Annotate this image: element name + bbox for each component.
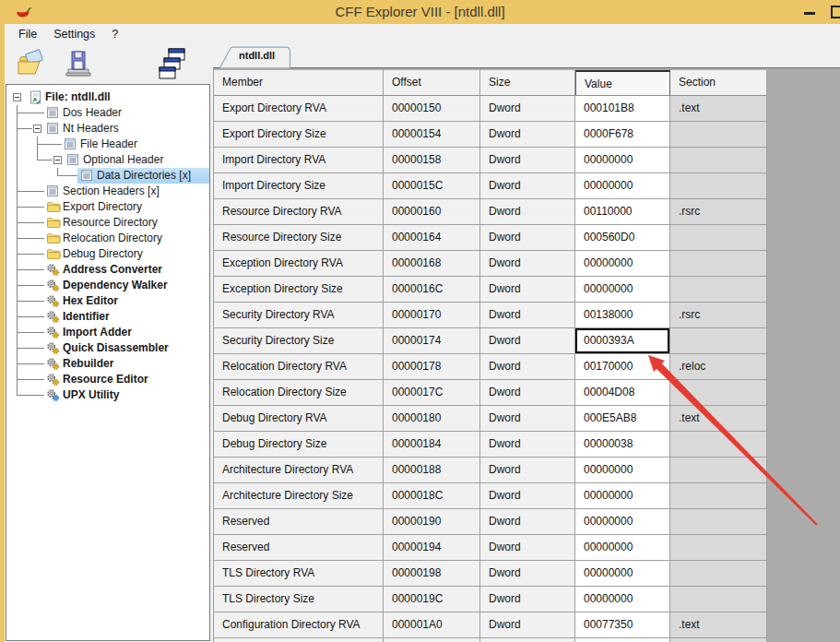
cell-section[interactable] xyxy=(670,535,767,561)
cell-value[interactable]: 0000F678 xyxy=(575,122,670,148)
tree-item-relocation-directory[interactable]: Relocation Directory xyxy=(6,231,209,246)
tree-item-dos-header[interactable]: Dos Header xyxy=(6,105,209,121)
cell-offset[interactable]: 00000194 xyxy=(384,535,480,561)
cell-section[interactable] xyxy=(670,561,767,587)
tree-item-optional-header[interactable]: Optional Header xyxy=(6,152,209,168)
cell-section[interactable] xyxy=(670,587,767,612)
cell-offset[interactable]: 00000164 xyxy=(384,225,480,251)
tree-expand-box[interactable] xyxy=(33,125,41,133)
cell-offset[interactable]: 0000019C xyxy=(384,587,480,612)
tree-expand-box[interactable] xyxy=(53,156,62,164)
tree-item-upx-utility[interactable]: UPX Utility xyxy=(6,387,209,403)
tree-item-import-adder[interactable]: Import Adder xyxy=(6,325,209,340)
cell-size[interactable]: Dword xyxy=(480,122,575,148)
cell-size[interactable]: Dword xyxy=(480,251,575,277)
cell-size[interactable]: Dword xyxy=(480,199,575,225)
tab-ntdll[interactable]: ntdll.dll xyxy=(219,46,292,68)
cell-offset[interactable]: 00000198 xyxy=(384,561,480,587)
cell-value[interactable]: 00000000 xyxy=(575,458,670,483)
cell-value[interactable]: 00077350 xyxy=(575,612,670,638)
tree-item-quick-disassembler[interactable]: Quick Disassembler xyxy=(6,340,209,356)
tree-item-address-converter[interactable]: Address Converter xyxy=(6,262,209,278)
cell-section[interactable] xyxy=(670,432,767,458)
cell-size[interactable]: Dword xyxy=(480,483,575,509)
tree-item-file-header[interactable]: File Header xyxy=(6,137,209,152)
cell-section[interactable]: .reloc xyxy=(670,354,767,380)
cell-value[interactable]: 00000000 xyxy=(575,251,670,277)
cell-value[interactable]: 000E5AB8 xyxy=(575,406,670,432)
cell-section[interactable] xyxy=(670,225,767,251)
open-file-button[interactable] xyxy=(17,47,48,82)
cell-offset[interactable]: 0000018C xyxy=(384,483,480,509)
cell-offset[interactable]: 00000178 xyxy=(384,354,480,380)
cell-size[interactable]: Dword xyxy=(480,303,575,328)
cell-size[interactable]: Dword xyxy=(480,406,575,432)
cell-section[interactable] xyxy=(670,509,767,535)
cell-value[interactable]: 00000000 xyxy=(575,535,670,561)
tree-item-export-directory[interactable]: Export Directory xyxy=(6,199,209,215)
tree-item-nt-headers[interactable]: Nt Headers xyxy=(6,121,209,137)
cell-size[interactable]: Dword xyxy=(480,509,575,535)
cell-section[interactable]: .rsrc xyxy=(670,303,767,328)
cell-section[interactable] xyxy=(670,483,767,509)
tree-item-rebuilder[interactable]: Rebuilder xyxy=(6,356,209,372)
cell-value[interactable]: 00000000 xyxy=(575,561,670,587)
cell-value[interactable]: 00000000 xyxy=(575,148,670,173)
cell-size[interactable]: Dword xyxy=(480,587,575,612)
column-header-size[interactable]: Size xyxy=(480,70,575,96)
save-file-button[interactable] xyxy=(63,47,94,82)
cell-value[interactable]: 00004D08 xyxy=(575,380,670,406)
cell-value[interactable]: 000101B8 xyxy=(575,96,670,122)
tree-expand-box[interactable] xyxy=(13,93,21,101)
cell-offset[interactable]: 00000174 xyxy=(384,328,480,354)
column-header-member[interactable]: Member xyxy=(213,70,384,96)
cell-value[interactable]: 0000393A xyxy=(575,328,670,354)
cell-offset[interactable]: 00000190 xyxy=(384,509,480,535)
column-header-value[interactable]: Value xyxy=(575,70,670,96)
tree-item-hex-editor[interactable]: Hex Editor xyxy=(6,293,209,309)
cell-size[interactable]: Dword xyxy=(480,96,575,122)
tree-item-section-headers-x[interactable]: Section Headers [x] xyxy=(6,184,209,199)
cell-offset[interactable]: 000001A0 xyxy=(384,612,480,638)
cell-section[interactable] xyxy=(670,148,767,173)
cell-value[interactable]: 00110000 xyxy=(575,199,670,225)
cell-size[interactable]: Dword xyxy=(480,561,575,587)
tree-item-file-ntdll-dll[interactable]: File: ntdll.dll xyxy=(6,89,209,105)
cell-size[interactable]: Dword xyxy=(480,277,575,303)
cell-size[interactable]: Dword xyxy=(480,458,575,483)
column-header-section[interactable]: Section xyxy=(670,70,767,96)
cell-offset[interactable]: 00000170 xyxy=(384,303,480,328)
cell-size[interactable]: Dword xyxy=(480,612,575,638)
menu-item-[interactable]: ? xyxy=(103,24,126,44)
cell-offset[interactable]: 00000180 xyxy=(384,406,480,432)
cell-value[interactable]: 00000000 xyxy=(575,483,670,509)
cell-offset[interactable]: 0000017C xyxy=(384,380,480,406)
cell-section[interactable] xyxy=(670,380,767,406)
cell-size[interactable]: Dword xyxy=(480,432,575,458)
cell-value[interactable]: 00170000 xyxy=(575,354,670,380)
cell-size[interactable]: Dword xyxy=(480,148,575,173)
cell-section[interactable] xyxy=(670,458,767,483)
cell-size[interactable]: Dword xyxy=(480,380,575,406)
cell-value[interactable]: 00000000 xyxy=(575,173,670,199)
cell-size[interactable]: Dword xyxy=(480,225,575,251)
cell-offset[interactable]: 00000160 xyxy=(384,199,480,225)
cell-value[interactable]: 00138000 xyxy=(575,303,670,328)
cell-value[interactable]: 000560D0 xyxy=(575,225,670,251)
cell-value[interactable]: 00000000 xyxy=(575,277,670,303)
tree-item-debug-directory[interactable]: Debug Directory xyxy=(6,246,209,262)
tree-item-resource-directory[interactable]: Resource Directory xyxy=(6,215,209,231)
cell-offset[interactable]: 00000168 xyxy=(384,251,480,277)
menu-item-settings[interactable]: Settings xyxy=(45,24,103,44)
cell-offset[interactable]: 00000184 xyxy=(384,432,480,458)
cell-value[interactable]: 00000000 xyxy=(575,587,670,612)
cell-offset[interactable]: 0000016C xyxy=(384,277,480,303)
cell-size[interactable]: Dword xyxy=(480,354,575,380)
cell-section[interactable] xyxy=(670,173,767,199)
cell-section[interactable] xyxy=(670,122,767,148)
cell-value[interactable]: 00000000 xyxy=(575,509,670,535)
menu-item-file[interactable]: File xyxy=(10,24,45,44)
cell-value[interactable]: 00000038 xyxy=(575,432,670,458)
tree-item-resource-editor[interactable]: Resource Editor xyxy=(6,372,209,387)
cell-size[interactable]: Dword xyxy=(480,173,575,199)
